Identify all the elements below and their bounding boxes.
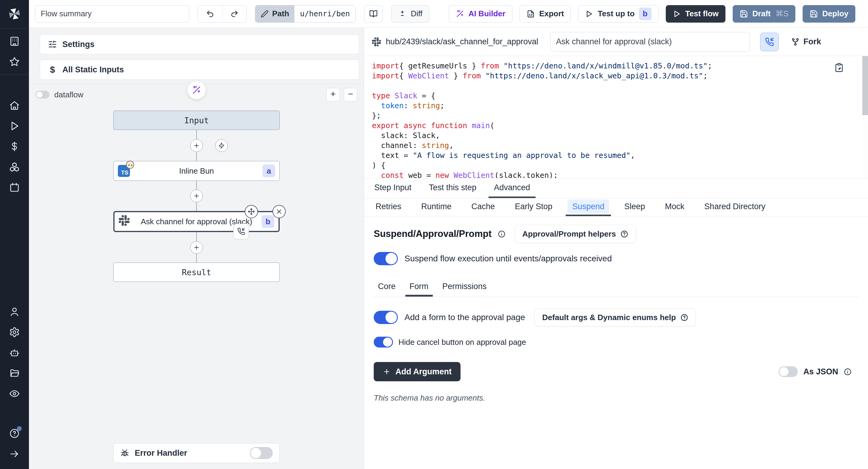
suspend-tab-core[interactable]: Core xyxy=(374,278,400,296)
step-id-badge: a xyxy=(262,164,275,177)
ai-flow-wand-button[interactable] xyxy=(187,81,206,99)
bug-icon xyxy=(120,448,129,458)
star-icon xyxy=(9,56,20,67)
export-button[interactable]: Export xyxy=(520,5,571,23)
all-static-inputs-button[interactable]: $ All Static Inputs xyxy=(40,60,359,80)
sidebar-item-home[interactable] xyxy=(5,96,24,115)
error-handler-card[interactable]: Error Handler xyxy=(113,443,280,463)
suspend-tab-form[interactable]: Form xyxy=(405,278,433,296)
redo-button[interactable] xyxy=(222,5,246,22)
subtab-shared-directory[interactable]: Shared Directory xyxy=(698,198,772,216)
windmill-logo[interactable] xyxy=(7,7,22,21)
sidebar-item-play[interactable] xyxy=(5,116,24,136)
dataflow-toggle[interactable] xyxy=(36,91,50,99)
result-node[interactable]: Result xyxy=(113,262,280,282)
deploy-label: Deploy xyxy=(822,9,848,19)
sidebar-item-calendar[interactable] xyxy=(5,178,24,197)
tab-advanced[interactable]: Advanced xyxy=(489,179,535,198)
sliders-icon xyxy=(48,40,57,49)
sidebar-item-arrow-right[interactable] xyxy=(5,444,24,464)
docs-button[interactable] xyxy=(364,5,383,23)
input-node[interactable]: Input xyxy=(113,111,280,130)
fork-button[interactable]: Fork xyxy=(791,37,821,46)
sidebar-item-dollar[interactable] xyxy=(5,137,24,156)
error-handler-toggle[interactable] xyxy=(250,447,273,459)
flow-graph-panel: Settings $ All Static Inputs dataflow + … xyxy=(29,28,364,469)
add-trigger-button[interactable] xyxy=(215,139,228,152)
dollar-icon: $ xyxy=(48,64,57,75)
sidebar-item-help[interactable] xyxy=(5,424,24,443)
info-icon[interactable] xyxy=(498,230,506,238)
zoom-out-button[interactable]: − xyxy=(344,88,357,101)
dollar-icon xyxy=(9,141,20,152)
as-json-label: As JSON xyxy=(803,367,838,376)
flow-summary-input[interactable] xyxy=(35,5,189,23)
step-node-label: Inline Bun xyxy=(179,166,214,176)
test-up-to-button[interactable]: Test up to b xyxy=(578,5,658,23)
step-node-b-selected[interactable]: Ask channel for approval (slack) b xyxy=(113,211,280,232)
approval-prompt-helpers-button[interactable]: Approval/Prompt helpers xyxy=(515,225,636,243)
subtab-suspend[interactable]: Suspend xyxy=(566,198,611,216)
hub-path[interactable]: hub/2439/slack/ask_channel_for_approval xyxy=(372,37,538,46)
tab-step-input[interactable]: Step Input xyxy=(369,179,417,198)
top-toolbar: Path u/henri/ben Diff AI Builder Export xyxy=(29,0,868,28)
draft-button[interactable]: Draft ⌘S xyxy=(733,5,795,23)
subtab-mock[interactable]: Mock xyxy=(658,198,691,216)
gear-icon xyxy=(9,327,20,338)
suspend-approval-button[interactable] xyxy=(760,33,779,51)
sidebar-item-boxes[interactable] xyxy=(5,157,24,177)
redo-icon xyxy=(230,10,239,18)
move-step-button[interactable] xyxy=(245,205,258,218)
subtab-early-stop[interactable]: Early Stop xyxy=(508,198,559,216)
sidebar-item-folder[interactable] xyxy=(5,364,24,383)
add-step-button[interactable] xyxy=(190,190,203,202)
ai-builder-button[interactable]: AI Builder xyxy=(449,5,513,23)
default-args-help-button[interactable]: Default args & Dynamic enums help xyxy=(535,308,696,326)
add-step-button[interactable] xyxy=(190,241,203,254)
flow-settings-button[interactable]: Settings xyxy=(40,34,359,54)
code-scrollbar[interactable] xyxy=(862,56,868,178)
arrow-right-icon xyxy=(9,448,20,459)
add-step-button[interactable] xyxy=(190,139,203,152)
diff-icon xyxy=(398,10,407,18)
as-json-toggle[interactable] xyxy=(778,366,798,377)
copy-code-button[interactable] xyxy=(834,63,844,73)
path-button[interactable]: Path u/henri/ben xyxy=(255,5,355,23)
test-flow-button[interactable]: Test flow xyxy=(666,5,726,23)
add-form-toggle[interactable] xyxy=(374,311,398,324)
zoom-in-button[interactable]: + xyxy=(327,88,340,101)
code-editor[interactable]: import{ getResumeUrls } from "https://de… xyxy=(364,56,868,179)
hide-cancel-toggle[interactable] xyxy=(374,337,393,347)
subtab-retries[interactable]: Retries xyxy=(369,198,408,216)
zap-icon xyxy=(218,142,225,149)
subtab-runtime[interactable]: Runtime xyxy=(415,198,458,216)
undo-button[interactable] xyxy=(198,5,222,22)
diff-button[interactable]: Diff xyxy=(391,5,430,23)
sidebar-item-user[interactable] xyxy=(5,302,24,321)
sidebar-item-building[interactable] xyxy=(5,32,24,51)
deploy-button[interactable]: Deploy xyxy=(803,5,855,23)
suspend-approval-indicator[interactable] xyxy=(233,224,249,239)
step-node-a[interactable]: TS Inline Bun a xyxy=(113,161,280,181)
sidebar-item-eye[interactable] xyxy=(5,384,24,403)
play-icon xyxy=(585,10,593,18)
sidebar-item-robot[interactable] xyxy=(5,343,24,362)
add-argument-button[interactable]: Add Argument xyxy=(374,362,461,381)
sidebar-item-star[interactable] xyxy=(5,52,24,71)
subtab-cache[interactable]: Cache xyxy=(465,198,501,216)
suspend-flow-toggle[interactable] xyxy=(374,252,398,265)
sidebar-item-gear[interactable] xyxy=(5,322,24,342)
plus-icon xyxy=(193,244,200,251)
info-icon[interactable] xyxy=(844,368,852,376)
step-name-input[interactable] xyxy=(550,32,750,52)
code-line: export async function main( xyxy=(372,121,841,130)
subtab-sleep[interactable]: Sleep xyxy=(618,198,652,216)
delete-step-button[interactable] xyxy=(273,205,286,218)
tab-test-this-step[interactable]: Test this step xyxy=(424,179,482,198)
code-line: import{ getResumeUrls } from "https://de… xyxy=(372,61,841,71)
windmill-flow-editor: Path u/henri/ben Diff AI Builder Export xyxy=(0,0,868,469)
test-up-to-label: Test up to xyxy=(598,9,634,19)
suspend-tab-permissions[interactable]: Permissions xyxy=(438,278,491,296)
move-icon xyxy=(248,208,255,215)
undo-redo-group xyxy=(198,5,247,23)
